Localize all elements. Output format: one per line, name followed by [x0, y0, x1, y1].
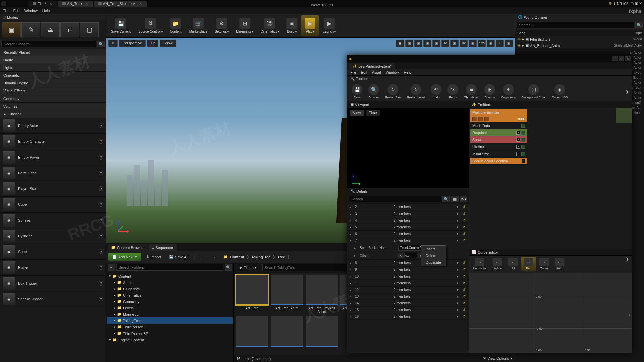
curve-horizontal-button[interactable]: ↔Horizontal: [470, 257, 489, 271]
context-duplicate[interactable]: Duplicate: [421, 259, 446, 266]
viewport-option-button[interactable]: ▣: [423, 40, 431, 47]
outliner-search-input[interactable]: [517, 22, 634, 28]
module-check-icon[interactable]: [521, 159, 525, 163]
curve-editor-tab[interactable]: 📈 Curve Editor: [469, 249, 632, 255]
modes-tab[interactable]: ⊞Modes: [0, 14, 106, 20]
category-item[interactable]: Cinematic: [0, 72, 106, 79]
actor-item[interactable]: ◉Empty Actor?: [0, 118, 106, 134]
undo-button[interactable]: ↶Undo: [428, 83, 444, 100]
view-options-button[interactable]: 👁 View Options ▾: [483, 356, 512, 361]
info-icon[interactable]: ?: [99, 202, 103, 207]
save-button[interactable]: 💾Save: [349, 83, 365, 100]
info-icon[interactable]: ?: [99, 139, 103, 144]
outliner-col-type[interactable]: Type: [634, 31, 642, 35]
context-insert[interactable]: Insert: [421, 246, 446, 252]
breadcrumb-item[interactable]: Tree: [277, 255, 285, 259]
particle-viewport-tab[interactable]: ▣ Viewport: [347, 101, 469, 108]
redo-button[interactable]: ↷Redo: [445, 83, 461, 100]
import-button[interactable]: ⬇ Import: [144, 253, 164, 260]
curve-graph[interactable]: 0.50 -0.50 0.00 0.50 ▸: [469, 273, 632, 353]
folder-item[interactable]: ▸📁ThirdPersonBP: [107, 330, 233, 337]
thumbnail-button[interactable]: ▣Thumbnail: [462, 83, 481, 100]
visibility-icon[interactable]: 👁: [517, 37, 521, 41]
category-item[interactable]: Basic: [0, 56, 106, 64]
curve-zoom-button[interactable]: ↔Zoom: [537, 257, 551, 271]
module-graph-icon[interactable]: [521, 152, 525, 156]
viewport-option-button[interactable]: 0.25: [478, 40, 486, 47]
folder-item[interactable]: ▸📁Audio: [107, 279, 233, 286]
particle-menu-edit[interactable]: Edit: [361, 70, 367, 74]
restart-level-button[interactable]: ↻Restart Level: [404, 83, 427, 100]
title-tab[interactable]: AN_Tree_Skeleton* ✕: [94, 1, 147, 7]
folder-item[interactable]: ▾📁Content: [107, 273, 233, 279]
category-item[interactable]: Lights: [0, 64, 106, 72]
asset-item[interactable]: [236, 316, 268, 348]
actor-item[interactable]: ◉Cube?: [0, 197, 106, 213]
info-icon[interactable]: ?: [99, 186, 103, 191]
category-item[interactable]: Visual Effects: [0, 87, 106, 95]
emitters-tab[interactable]: ✨ Emitters: [469, 101, 632, 108]
viewport-option-button[interactable]: ▣: [396, 40, 404, 47]
category-item[interactable]: Houdini Engine: [0, 79, 106, 87]
module-graph-icon[interactable]: [521, 145, 525, 149]
particle-titlebar[interactable]: ◆ — ▢ ✕: [347, 55, 632, 62]
origin-axis-button[interactable]: ✦Origin Axis: [498, 83, 518, 100]
viewport-option-button[interactable]: 4: [496, 40, 504, 47]
search-classes-input[interactable]: [1, 41, 96, 47]
outliner-search-button[interactable]: 🔍: [635, 22, 643, 28]
curve-overflow-icon[interactable]: ❯: [624, 257, 631, 271]
title-tab[interactable]: Film* ✕: [28, 1, 57, 7]
particle-menu-asset[interactable]: Asset: [372, 70, 381, 74]
actor-item[interactable]: ◉Sphere?: [0, 213, 106, 228]
add-new-button[interactable]: 📄 Add New ▾: [108, 253, 141, 261]
property-row[interactable]: ▸Bone Socket Nam▾: [347, 244, 469, 252]
viewport-option-button[interactable]: ▣: [432, 40, 440, 47]
module-graph-icon[interactable]: [521, 131, 525, 135]
folder-item[interactable]: ▾📁Engine Content: [107, 337, 233, 343]
asset-item[interactable]: AN_Tree_Anim: [271, 275, 303, 314]
toolbar-overflow-icon[interactable]: ❯: [624, 89, 631, 94]
offset-x-input[interactable]: [404, 253, 417, 258]
details-tab[interactable]: 🔧 Details: [347, 188, 469, 194]
module-check-icon[interactable]: [516, 145, 520, 149]
details-search-button[interactable]: 🔍: [442, 196, 450, 202]
property-row[interactable]: ▸22 members▾↺: [347, 204, 469, 210]
content-browser-tab[interactable]: 📁Content Browser: [108, 244, 148, 251]
asset-item[interactable]: [271, 316, 303, 348]
details-eye-button[interactable]: 👁▾: [460, 196, 467, 202]
emitters-panel[interactable]: Particle Emitter 1006 Mesh DataRequiredS…: [469, 108, 632, 249]
module-graph-icon[interactable]: [521, 138, 525, 142]
actor-item[interactable]: ◉Player Start?: [0, 181, 106, 197]
actor-item[interactable]: ◉Cone?: [0, 244, 106, 260]
restart-sim-button[interactable]: ↻Restart Sim: [382, 83, 404, 100]
main-menubar[interactable]: FileEditWindowHelp: [0, 7, 644, 14]
info-icon[interactable]: ?: [99, 171, 103, 175]
viewport-lit-button[interactable]: Lit: [147, 40, 158, 47]
folder-item[interactable]: ▸📁TakingTree: [107, 317, 233, 324]
property-row[interactable]: ▸112 members▾↺: [347, 280, 469, 287]
settings-button[interactable]: ⚙Settings▾: [211, 15, 232, 36]
info-icon[interactable]: ?: [99, 249, 103, 254]
property-row[interactable]: ▸142 members▾↺: [347, 300, 469, 307]
actor-item[interactable]: ◉Plane?: [0, 260, 106, 276]
source-control-button[interactable]: ⇅Source Control▾: [135, 15, 166, 36]
viewport-option-button[interactable]: ▣: [405, 40, 413, 47]
curve-auto-button[interactable]: ↔Auto: [552, 257, 567, 271]
particle-menubar[interactable]: FileEditAssetWindowHelp: [347, 69, 632, 76]
module-required[interactable]: Required: [470, 129, 527, 136]
actor-item[interactable]: ◉Empty Pawn?: [0, 149, 106, 165]
breadcrumb-item[interactable]: TakingTree: [251, 255, 270, 259]
nav-back-button[interactable]: ←: [197, 254, 206, 260]
folder-collapse-button[interactable]: ≡: [108, 264, 115, 271]
property-row[interactable]: ▸152 members▾↺: [347, 307, 469, 313]
details-matrix-button[interactable]: ▦: [451, 196, 459, 202]
mode-icon-3[interactable]: ⸙: [60, 22, 79, 37]
menu-window[interactable]: Window: [24, 9, 38, 13]
save-current-button[interactable]: 💾Save Current: [108, 15, 134, 36]
mode-icon-4[interactable]: ▢: [80, 22, 99, 37]
close-button[interactable]: ✕: [625, 56, 631, 61]
mode-icon-1[interactable]: ✎: [21, 22, 40, 37]
emitter-block[interactable]: Particle Emitter 1006 Mesh DataRequiredS…: [470, 109, 527, 165]
menu-file[interactable]: File: [3, 9, 9, 13]
launch-button[interactable]: ▶Launch▾: [319, 15, 339, 36]
